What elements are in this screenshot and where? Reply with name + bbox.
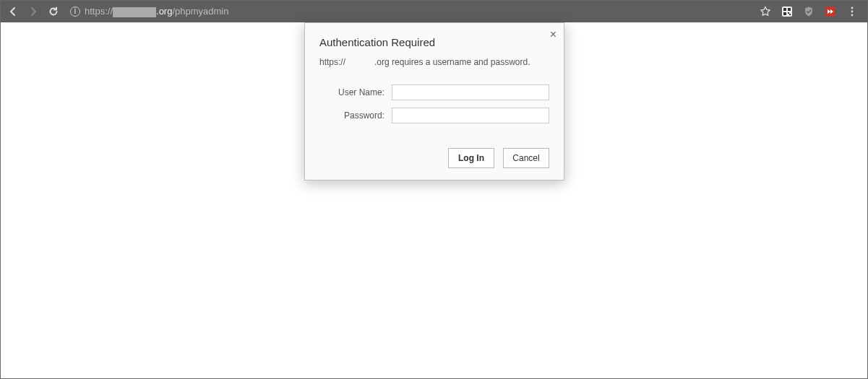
url-scheme: https:// <box>85 6 113 17</box>
address-bar[interactable]: i https://.org/phpmyadmin <box>66 3 753 20</box>
dialog-message-redacted <box>345 58 374 65</box>
back-button[interactable] <box>5 4 21 19</box>
reload-button[interactable] <box>46 4 61 19</box>
username-label: User Name: <box>319 87 392 97</box>
toolbar-right-icons <box>757 4 863 19</box>
dialog-message: https://.org requires a username and pas… <box>319 57 549 67</box>
svg-rect-5 <box>789 14 791 15</box>
page-content: × Authentication Required https://.org r… <box>1 22 867 378</box>
auth-dialog: × Authentication Required https://.org r… <box>304 22 564 180</box>
svg-rect-3 <box>783 12 786 15</box>
shield-icon[interactable] <box>801 4 817 19</box>
url-redacted-host <box>113 7 156 17</box>
password-row: Password: <box>319 108 549 123</box>
dialog-title: Authentication Required <box>319 36 549 48</box>
menu-icon[interactable] <box>844 4 860 19</box>
svg-point-8 <box>851 11 854 13</box>
url-text: https://.org/phpmyadmin <box>85 6 228 17</box>
bookmark-star-icon[interactable] <box>757 4 773 19</box>
fastforward-extension-icon[interactable] <box>822 4 838 19</box>
password-label: Password: <box>319 110 392 121</box>
svg-rect-4 <box>788 12 789 14</box>
password-input[interactable] <box>392 108 549 123</box>
dialog-message-suffix: .org requires a username and password. <box>374 57 530 67</box>
dialog-message-prefix: https:// <box>319 57 345 67</box>
svg-rect-1 <box>783 8 786 11</box>
url-domain-suffix: .org <box>156 6 172 17</box>
forward-button[interactable] <box>25 4 41 19</box>
username-input[interactable] <box>392 84 549 100</box>
qr-extension-icon[interactable] <box>779 4 795 19</box>
close-icon[interactable]: × <box>550 29 557 40</box>
login-button[interactable]: Log In <box>448 148 494 168</box>
svg-point-7 <box>851 7 854 9</box>
browser-toolbar: i https://.org/phpmyadmin <box>1 1 867 22</box>
username-row: User Name: <box>319 84 549 100</box>
svg-point-9 <box>851 14 854 17</box>
cancel-button[interactable]: Cancel <box>503 148 549 168</box>
site-info-icon[interactable]: i <box>70 6 80 17</box>
dialog-actions: Log In Cancel <box>319 148 549 168</box>
svg-rect-2 <box>788 8 791 11</box>
url-path: /phpmyadmin <box>172 6 228 17</box>
